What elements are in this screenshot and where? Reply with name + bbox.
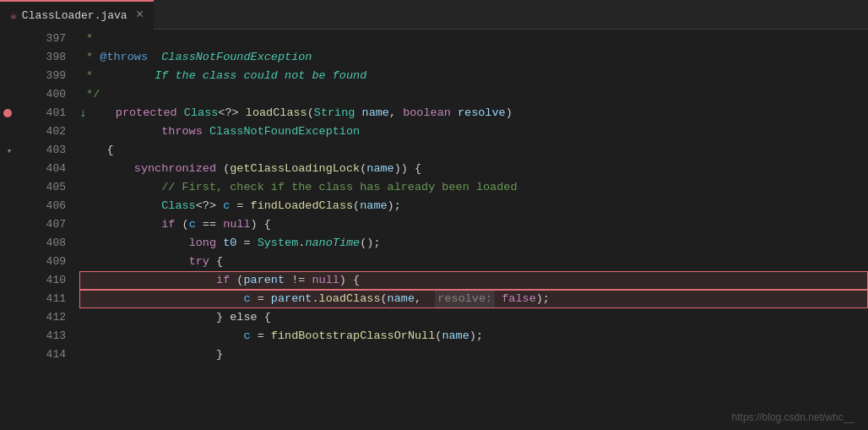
code-token: (	[381, 290, 388, 308]
code-token: ClassNotFoundException	[209, 122, 360, 141]
margin-cell: ▾	[0, 141, 19, 160]
code-token: .	[298, 234, 305, 253]
fold-icon[interactable]: ▾	[7, 145, 13, 156]
code-token: .	[312, 290, 318, 308]
code-token: );	[536, 290, 550, 308]
line-number: 397	[19, 30, 66, 48]
line-number: 412	[19, 308, 66, 327]
margin-cell	[0, 290, 19, 308]
line-number: 413	[19, 327, 66, 346]
code-token: protected	[116, 104, 177, 122]
tab-classloader[interactable]: ☕ ClassLoader.java ×	[0, 0, 154, 30]
margin-cell	[0, 122, 19, 141]
code-token	[79, 178, 161, 197]
line-number: 398	[19, 48, 66, 67]
code-token	[79, 122, 161, 141]
code-token: )	[506, 104, 513, 122]
line-number: 400	[19, 85, 66, 104]
code-area: * * @throws ClassNotFoundException * If …	[76, 30, 868, 430]
code-line: synchronized (getClassLoadingLock(name))…	[79, 160, 868, 178]
line-number: 402	[19, 122, 66, 141]
code-token: =	[251, 327, 271, 346]
line-number-text: 400	[46, 85, 66, 104]
code-token: name	[442, 327, 469, 346]
margin-cell	[0, 327, 19, 346]
code-token	[79, 308, 216, 327]
code-token: ) {	[339, 271, 360, 290]
margin-cell	[0, 271, 19, 290]
code-line: long t0 = System.nanoTime();	[79, 234, 868, 253]
line-number: 406	[19, 197, 66, 215]
code-token: <?>	[196, 197, 223, 215]
margin-cell	[0, 346, 19, 364]
code-token: name	[366, 160, 393, 178]
code-token	[451, 104, 458, 122]
margin-cell	[0, 67, 19, 85]
tab-close-button[interactable]: ×	[136, 8, 144, 23]
code-token: ();	[360, 234, 380, 253]
code-line: */	[79, 85, 868, 104]
code-token	[177, 104, 184, 122]
code-token	[203, 122, 209, 141]
code-token: Class	[184, 104, 219, 122]
line-number-text: 399	[46, 67, 66, 85]
code-line: Class<?> c = findLoadedClass(name);	[79, 197, 868, 215]
margin-cell	[0, 308, 19, 327]
code-token	[79, 346, 216, 364]
line-number-text: 398	[46, 48, 66, 67]
code-token: name	[360, 197, 387, 215]
code-token	[79, 215, 161, 234]
code-token: *	[79, 67, 155, 85]
code-token: } else {	[216, 308, 271, 327]
code-token: boolean	[403, 104, 451, 122]
code-line: c = parent.loadClass(name, resolve: fals…	[79, 290, 868, 308]
line-number: 405	[19, 178, 66, 197]
line-number-text: 407	[46, 215, 66, 234]
margin-cell	[0, 197, 19, 215]
line-number-text: 404	[46, 160, 66, 178]
line-number-text: 412	[46, 308, 66, 327]
code-token: Class	[161, 197, 196, 215]
code-token: try	[189, 253, 209, 271]
code-token	[79, 197, 161, 215]
code-token	[88, 104, 115, 122]
code-token: findBootstrapClassOrNull	[271, 327, 435, 346]
code-token: c	[243, 290, 250, 308]
line-number-text: 402	[46, 122, 66, 141]
code-token: long	[189, 234, 216, 253]
margin-cell	[0, 234, 19, 253]
margin-cell	[0, 48, 19, 67]
code-token: findLoadedClass	[251, 197, 354, 215]
code-token: ,	[389, 104, 403, 122]
code-token: (	[175, 215, 188, 234]
code-token: parent	[243, 271, 285, 290]
code-token	[495, 290, 502, 308]
code-line: throws ClassNotFoundException	[79, 122, 868, 141]
line-number: 409	[19, 253, 66, 271]
code-line: // First, check if the class has already…	[79, 178, 868, 197]
code-token: (	[353, 197, 360, 215]
code-token: *	[79, 48, 100, 67]
code-line: {	[79, 141, 868, 160]
code-token	[79, 290, 243, 308]
code-token: (	[216, 160, 230, 178]
code-token	[79, 234, 189, 253]
code-token: (	[435, 327, 442, 346]
code-token: );	[469, 327, 483, 346]
code-line: if (c == null) {	[79, 215, 868, 234]
code-line: * @throws ClassNotFoundException	[79, 48, 868, 67]
java-file-icon: ☕	[10, 8, 17, 22]
line-number-text: 410	[46, 271, 66, 290]
code-token: {	[209, 253, 223, 271]
code-line: }	[79, 346, 868, 364]
breakpoint-icon[interactable]	[3, 109, 12, 117]
code-line: c = findBootstrapClassOrNull(name);	[79, 327, 868, 346]
code-token	[355, 104, 361, 122]
code-token: throws	[161, 122, 203, 141]
tab-filename: ClassLoader.java	[22, 9, 127, 22]
code-token: ClassNotFoundException	[161, 48, 312, 67]
code-token: null	[223, 215, 250, 234]
code-token: // First, check if the class has already…	[161, 178, 517, 197]
code-token	[239, 104, 246, 122]
code-token: (	[360, 160, 366, 178]
